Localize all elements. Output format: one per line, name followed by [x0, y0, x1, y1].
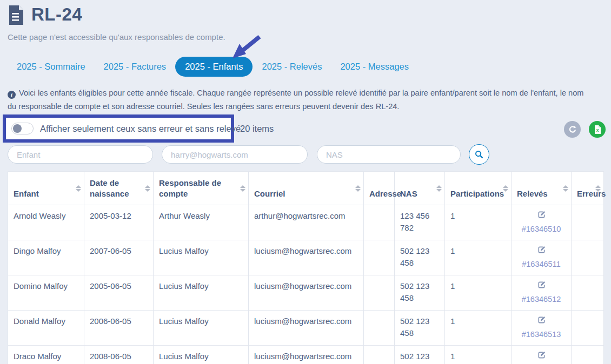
cell-date-de-naissance: 2005-03-12	[84, 205, 154, 240]
cell-nas: 502 123 458	[395, 346, 445, 364]
cell-nas: 123 456 782	[395, 205, 445, 240]
edit-icon[interactable]	[537, 210, 546, 222]
sort-icon	[240, 185, 245, 192]
filter-enfant-input[interactable]	[8, 145, 153, 164]
cell-erreurs	[572, 346, 604, 364]
search-button[interactable]	[469, 144, 489, 165]
tab-bar: 2025 - Sommaire 2025 - Factures 2025 - E…	[8, 57, 418, 77]
cell-participations: 1	[445, 311, 512, 346]
col-header-erreurs[interactable]: Erreurs	[572, 172, 604, 205]
cell-nas: 502 123 458	[395, 311, 445, 346]
sort-icon	[436, 185, 442, 192]
search-icon	[474, 149, 484, 160]
toggle-sans-erreur[interactable]	[11, 123, 34, 134]
col-header-enfant[interactable]: Enfant	[8, 172, 84, 205]
cell-responsable-de-compte: Lucius Malfoy	[154, 346, 249, 364]
cell-date-de-naissance: 2006-06-05	[84, 311, 154, 346]
excel-file-icon: x	[593, 125, 602, 134]
svg-text:x: x	[596, 127, 599, 133]
cell-participations: 1	[445, 205, 512, 240]
col-header-nas[interactable]: NAS	[395, 172, 445, 205]
excel-export-button[interactable]: x	[589, 121, 606, 138]
cell-adresse	[364, 205, 395, 240]
cell-adresse	[364, 311, 395, 346]
edit-icon[interactable]	[537, 350, 546, 362]
table-row: Domino Malfoy2005-06-05Lucius Malfoyluci…	[8, 275, 604, 311]
cell-adresse	[364, 240, 395, 275]
cell-courriel: luciusm@hogwartsrec.com	[249, 275, 364, 311]
cell-releve: #16346511	[512, 240, 572, 275]
col-header-participations[interactable]: Participations	[445, 172, 512, 205]
cell-responsable-de-compte: Arthur Weasly	[154, 205, 249, 240]
col-header-responsable-de-compte[interactable]: Responsable de compte	[154, 172, 249, 205]
edit-icon[interactable]	[537, 245, 546, 257]
sort-icon	[355, 185, 361, 192]
cell-date-de-naissance: 2007-06-05	[84, 240, 154, 275]
sort-icon	[76, 185, 81, 192]
table-row: Dingo Malfoy2007-06-05Lucius Malfoyluciu…	[8, 240, 604, 275]
cell-enfant: Domino Malfoy	[8, 275, 84, 311]
cell-adresse	[364, 275, 395, 311]
table-row: Draco Malfoy2008-06-05Lucius Malfoyluciu…	[8, 346, 604, 364]
cell-participations: 1	[445, 275, 512, 311]
refresh-icon	[568, 125, 577, 134]
col-header-releves[interactable]: Relevés	[512, 172, 572, 205]
edit-icon[interactable]	[537, 280, 546, 292]
releve-link[interactable]: #16346513	[517, 328, 566, 340]
cell-courriel: arthur@hogwartsrec.com	[249, 205, 364, 240]
info-icon: i	[8, 91, 16, 99]
cell-adresse	[364, 346, 395, 364]
cell-enfant: Donald Malfoy	[8, 311, 84, 346]
tab-2025-sommaire[interactable]: 2025 - Sommaire	[8, 57, 95, 77]
tab-2025-releves[interactable]: 2025 - Relevés	[253, 57, 331, 77]
cell-participations: 1	[445, 346, 512, 364]
page-subtitle: Cette page n'est accessible qu'aux respo…	[8, 32, 225, 42]
cell-responsable-de-compte: Lucius Malfoy	[154, 240, 249, 275]
edit-icon[interactable]	[537, 315, 546, 327]
cell-erreurs	[572, 205, 604, 240]
cell-releve: #16346513	[512, 311, 572, 346]
sort-icon	[503, 185, 508, 192]
cell-courriel: luciusm@hogwartsrec.com	[249, 240, 364, 275]
sort-icon	[595, 185, 601, 192]
col-header-adresse[interactable]: Adresse	[364, 172, 395, 205]
page-title: RL-24	[31, 4, 82, 25]
children-table: Enfant Date de naissance Responsable de …	[8, 171, 604, 364]
cell-releve: #16346512	[512, 275, 572, 311]
cell-date-de-naissance: 2005-06-05	[84, 275, 154, 311]
filter-courriel-input[interactable]	[162, 145, 308, 164]
cell-releve: #16346510	[512, 205, 572, 240]
sort-icon	[563, 185, 568, 192]
items-count: 20 items	[240, 124, 274, 134]
annotation-highlight-box: Afficher seulement ceux sans erreur et s…	[3, 114, 234, 143]
releve-link[interactable]: #16346511	[517, 258, 566, 270]
cell-erreurs	[572, 311, 604, 346]
cell-releve: #16346514	[512, 346, 572, 364]
tab-2025-messages[interactable]: 2025 - Messages	[331, 57, 418, 77]
toggle-label: Afficher seulement ceux sans erreur et s…	[40, 124, 241, 134]
info-banner: iVoici les enfants éligibles pour cette …	[8, 86, 590, 113]
cell-enfant: Dingo Malfoy	[8, 240, 84, 275]
cell-date-de-naissance: 2008-06-05	[84, 346, 154, 364]
col-header-courriel[interactable]: Courriel	[249, 172, 364, 205]
releve-link[interactable]: #16346512	[517, 293, 566, 305]
cell-responsable-de-compte: Lucius Malfoy	[154, 275, 249, 311]
annotation-arrow-icon	[229, 32, 264, 60]
releve-link[interactable]: #16346510	[517, 223, 566, 235]
toggle-knob	[13, 124, 22, 133]
cell-nas: 502 123 458	[395, 240, 445, 275]
sort-icon	[145, 185, 150, 192]
table-body: Arnold Weasly2005-03-12Arthur Weaslyarth…	[8, 205, 604, 364]
cell-enfant: Arnold Weasly	[8, 205, 84, 240]
cell-responsable-de-compte: Lucius Malfoy	[154, 311, 249, 346]
tab-2025-factures[interactable]: 2025 - Factures	[95, 57, 176, 77]
col-header-date-de-naissance[interactable]: Date de naissance	[84, 172, 154, 205]
cell-enfant: Draco Malfoy	[8, 346, 84, 364]
refresh-button[interactable]	[564, 121, 581, 138]
cell-erreurs	[572, 275, 604, 311]
filter-nas-input[interactable]	[317, 145, 461, 164]
table-row: Arnold Weasly2005-03-12Arthur Weaslyarth…	[8, 205, 604, 240]
cell-courriel: luciusm@hogwartsrec.com	[249, 346, 364, 364]
table-header-row: Enfant Date de naissance Responsable de …	[8, 172, 604, 205]
cell-participations: 1	[445, 240, 512, 275]
